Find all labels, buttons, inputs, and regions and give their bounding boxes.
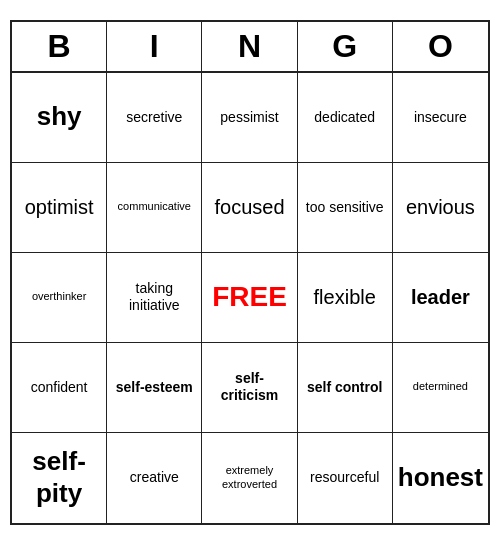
cell-r3-c4: determined bbox=[393, 343, 488, 433]
cell-r3-c0: confident bbox=[12, 343, 107, 433]
cell-r1-c1: communicative bbox=[107, 163, 202, 253]
cell-r2-c3: flexible bbox=[298, 253, 393, 343]
cell-r0-c4: insecure bbox=[393, 73, 488, 163]
cell-r0-c0: shy bbox=[12, 73, 107, 163]
cell-r3-c2: self-criticism bbox=[202, 343, 297, 433]
header-letter-i: I bbox=[107, 22, 202, 71]
cell-r4-c3: resourceful bbox=[298, 433, 393, 523]
cell-r2-c2: FREE bbox=[202, 253, 297, 343]
cell-r0-c1: secretive bbox=[107, 73, 202, 163]
cell-r1-c4: envious bbox=[393, 163, 488, 253]
cell-r2-c4: leader bbox=[393, 253, 488, 343]
bingo-header: BINGO bbox=[12, 22, 488, 73]
cell-r3-c1: self-esteem bbox=[107, 343, 202, 433]
cell-r4-c1: creative bbox=[107, 433, 202, 523]
header-letter-b: B bbox=[12, 22, 107, 71]
cell-r1-c2: focused bbox=[202, 163, 297, 253]
cell-r4-c2: extremely extroverted bbox=[202, 433, 297, 523]
cell-r0-c2: pessimist bbox=[202, 73, 297, 163]
header-letter-n: N bbox=[202, 22, 297, 71]
bingo-card: BINGO shysecretivepessimistdedicatedinse… bbox=[10, 20, 490, 525]
cell-r0-c3: dedicated bbox=[298, 73, 393, 163]
header-letter-g: G bbox=[298, 22, 393, 71]
cell-r4-c0: self-pity bbox=[12, 433, 107, 523]
cell-r2-c0: overthinker bbox=[12, 253, 107, 343]
cell-r3-c3: self control bbox=[298, 343, 393, 433]
cell-r1-c3: too sensitive bbox=[298, 163, 393, 253]
header-letter-o: O bbox=[393, 22, 488, 71]
cell-r4-c4: honest bbox=[393, 433, 488, 523]
cell-r2-c1: taking initiative bbox=[107, 253, 202, 343]
bingo-grid: shysecretivepessimistdedicatedinsecureop… bbox=[12, 73, 488, 523]
cell-r1-c0: optimist bbox=[12, 163, 107, 253]
